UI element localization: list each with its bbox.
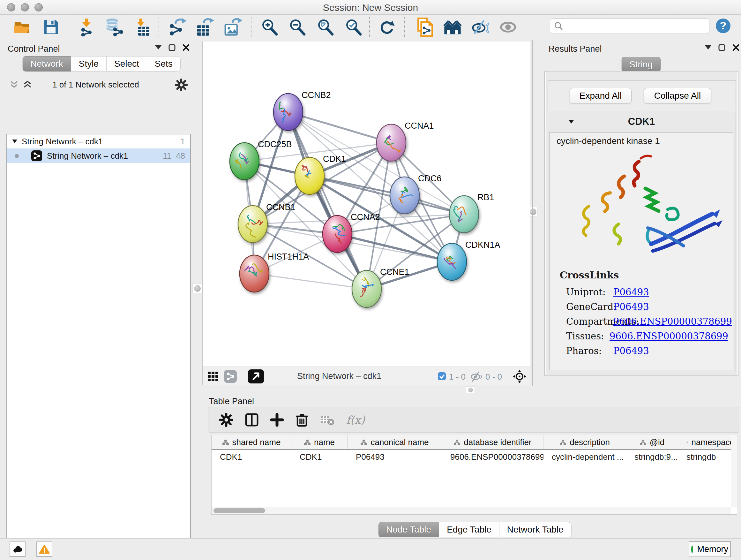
tab-style[interactable]: Style: [71, 56, 107, 71]
import-network-database-button[interactable]: [105, 17, 124, 38]
tab-network-table[interactable]: Network Table: [499, 522, 571, 537]
column-header-name[interactable]: name: [291, 435, 347, 449]
import-network-button[interactable]: [77, 17, 96, 38]
close-panel-icon[interactable]: [183, 44, 190, 51]
zoom-in-icon: [261, 18, 278, 36]
memory-label: Memory: [697, 544, 728, 554]
string-badge-button[interactable]: [224, 369, 239, 383]
column-header-label: @id: [650, 437, 665, 447]
vertical-scrollbar[interactable]: [731, 435, 737, 507]
selected-checkbox-icon[interactable]: [437, 372, 446, 381]
left-splitter-handle[interactable]: [192, 284, 202, 293]
export-image-button[interactable]: [223, 17, 243, 38]
grayed-eye-button[interactable]: [498, 17, 518, 38]
crosslink-link[interactable]: 9606.ENSP00000378699: [613, 316, 732, 327]
zoom-selected-button[interactable]: [344, 17, 363, 38]
save-session-button[interactable]: [42, 17, 61, 38]
help-button[interactable]: ?: [714, 15, 733, 37]
network-options-gear-icon[interactable]: [175, 78, 188, 91]
warnings-button[interactable]: [37, 542, 52, 557]
table-row[interactable]: CDK1CDK1P064939606.ENSP00000378699cyclin…: [212, 450, 737, 464]
tab-edge-table[interactable]: Edge Table: [439, 522, 499, 537]
network-collection-row[interactable]: String Network – cdk1 1: [7, 134, 190, 148]
float-panel-icon[interactable]: [705, 45, 711, 50]
select-columns-icon[interactable]: [245, 413, 259, 427]
function-builder-icon[interactable]: f(x): [346, 414, 365, 426]
tab-sets[interactable]: Sets: [147, 56, 181, 71]
expand-all-button[interactable]: Expand All: [569, 88, 631, 104]
crosslink-label: GeneCard:: [549, 301, 613, 312]
crosslink-link[interactable]: P06493: [613, 301, 649, 312]
tab-node-table[interactable]: Node Table: [378, 522, 439, 537]
column-header-namespace[interactable]: namespace: [678, 435, 735, 449]
horizontal-scrollbar[interactable]: [212, 507, 731, 514]
warning-icon: [39, 543, 50, 555]
stringify-button[interactable]: [443, 17, 462, 38]
toolbar-separator: [158, 17, 159, 37]
network-canvas[interactable]: CCNB2CCNA1CDC25BCDK1CDC6RB1CCNB1CCNA2CDK…: [202, 42, 530, 367]
table-toolbar: f(x): [208, 407, 739, 433]
open-folder-icon: [13, 19, 30, 36]
collapse-all-icon[interactable]: [10, 80, 18, 89]
table-options-gear-icon[interactable]: [219, 413, 233, 427]
network-node-CCNB1: [238, 206, 267, 243]
node-table: shared namenamecanonical namedatabase id…: [211, 435, 737, 515]
svg-text:RB1: RB1: [477, 192, 494, 202]
column-header-label: namespace: [691, 437, 734, 447]
crosslink-link[interactable]: 9606.ENSP00000378699: [610, 331, 728, 341]
tab-select[interactable]: Select: [107, 56, 147, 71]
delete-column-icon[interactable]: [295, 413, 309, 427]
zoom-out-button[interactable]: [288, 17, 307, 38]
column-header-shared-name[interactable]: shared name: [212, 435, 291, 449]
close-panel-icon[interactable]: [732, 44, 739, 51]
float-panel-icon[interactable]: [155, 45, 161, 50]
bottom-splitter-handle[interactable]: [466, 386, 475, 393]
maximize-panel-icon[interactable]: [169, 44, 176, 51]
crosslink-link[interactable]: P06493: [613, 346, 649, 356]
column-header-description[interactable]: description: [543, 435, 626, 449]
network-view-toolbar: String Network – cdk1 1 - 0 0 - 0: [202, 367, 530, 385]
network-node-CCNB2: [273, 94, 303, 131]
crosslink-link[interactable]: P06493: [613, 287, 649, 298]
svg-text:CCNB1: CCNB1: [266, 202, 295, 212]
collapse-all-button[interactable]: Collapse All: [644, 88, 711, 104]
collection-expand-icon[interactable]: [12, 139, 17, 143]
column-tree-icon: [222, 439, 229, 445]
network-selection-info: 1 of 1 Network selected: [29, 80, 163, 90]
column-header--id[interactable]: @id: [626, 435, 678, 449]
network-list: String Network – cdk1 1 String Network –…: [6, 134, 191, 560]
tab-string[interactable]: String: [621, 57, 661, 72]
hidden-node-edge-counts: 0 - 0: [485, 372, 502, 382]
tab-network[interactable]: Network: [22, 56, 71, 71]
export-network-button[interactable]: [169, 17, 188, 38]
maximize-panel-icon[interactable]: [718, 44, 725, 51]
zoom-in-button[interactable]: [260, 17, 279, 38]
string-query-button[interactable]: [415, 17, 434, 38]
export-table-button[interactable]: [195, 17, 214, 38]
column-header-database-identifier[interactable]: database identifier: [442, 435, 543, 449]
open-session-button[interactable]: [12, 17, 31, 38]
cloud-button[interactable]: [10, 542, 25, 557]
import-table-button[interactable]: [133, 17, 152, 38]
birds-eye-view-button[interactable]: [207, 370, 221, 383]
hidden-eye-icon[interactable]: [470, 371, 483, 382]
results-panel-tabs: String: [621, 57, 661, 72]
fit-selected-crosshair-icon[interactable]: [512, 369, 527, 384]
network-node-CCNA2: [323, 215, 352, 253]
network-node-CDK1: [295, 158, 324, 194]
network-row[interactable]: String Network – cdk1 11 48: [7, 148, 190, 163]
memory-button[interactable]: Memory: [689, 541, 731, 557]
open-in-window-button[interactable]: [248, 369, 264, 383]
delete-table-icon[interactable]: [320, 414, 335, 426]
search-input[interactable]: [566, 21, 709, 32]
horizontal-scrollbar-thumb[interactable]: [213, 508, 265, 513]
zoom-fit-button[interactable]: [316, 17, 335, 38]
crosslink-row: Pharos:P06493: [549, 344, 728, 358]
refresh-view-button[interactable]: [377, 17, 396, 38]
network-graph[interactable]: CCNB2CCNA1CDC25BCDK1CDC6RB1CCNB1CCNA2CDK…: [203, 42, 531, 367]
add-column-icon[interactable]: [270, 413, 284, 427]
column-header-canonical-name[interactable]: canonical name: [347, 435, 442, 449]
toolbar-separator: [369, 17, 370, 37]
show-hide-details-button[interactable]: [471, 17, 490, 38]
table-header-row: shared namenamecanonical namedatabase id…: [212, 435, 737, 450]
